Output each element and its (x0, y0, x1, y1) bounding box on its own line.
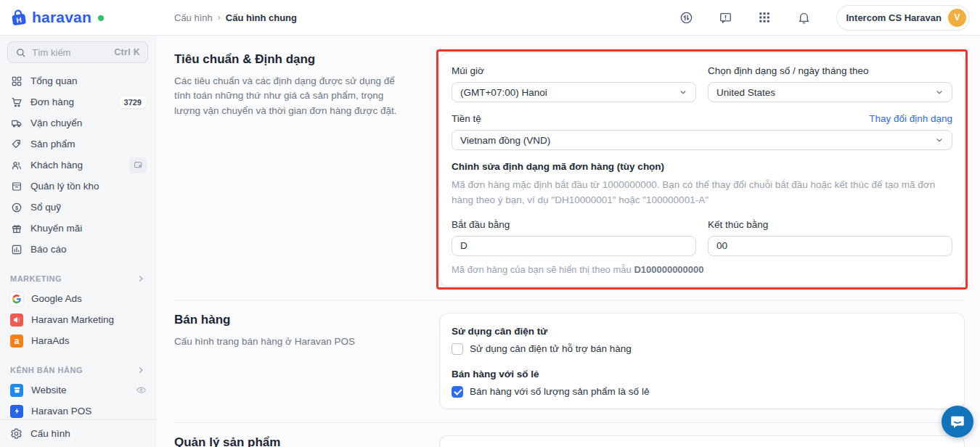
haravan-marketing-icon (10, 313, 23, 327)
sidebar-item-label: Sản phẩm (30, 139, 75, 149)
suffix-input[interactable] (708, 236, 952, 256)
order-code-sample: Mã đơn hàng của bạn sẽ hiển thị theo mẫu… (452, 264, 952, 275)
sidebar-search[interactable]: Ctrl K (7, 41, 148, 63)
currency-select[interactable]: Vietnam đồng (VND) (452, 130, 952, 150)
sidebar-item-haravan-pos[interactable]: Haravan POS (0, 401, 155, 419)
sidebar-item-google-ads[interactable]: Google Ads (0, 288, 155, 309)
website-icon (10, 384, 23, 397)
timezone-value: (GMT+07:00) Hanoi (460, 87, 547, 98)
prefix-input[interactable] (452, 236, 696, 256)
sample-text: Mã đơn hàng của bạn sẽ hiển thị theo mẫu (452, 264, 634, 275)
change-format-link[interactable]: Thay đổi định dạng (869, 113, 952, 124)
top-header: H haravan Cấu hình › Cấu hình chung Inte… (0, 0, 980, 36)
sidebar-item-label: Tổng quan (30, 75, 78, 86)
haravan-logo[interactable]: H haravan (0, 8, 163, 27)
number-format-select[interactable]: United States (708, 82, 952, 102)
search-icon (15, 47, 26, 58)
sales-card: Sử dụng cân điện tử Sử dụng cân điện tử … (439, 313, 965, 409)
search-input[interactable] (32, 47, 108, 58)
section-sales: Bán hàng Cấu hình trang bán hàng ở Harav… (174, 300, 965, 409)
section-products: Quản lý sản phẩm Tồn kho sản phẩm (174, 423, 965, 447)
sidebar-item-label: Website (31, 385, 67, 395)
breadcrumb: Cấu hình › Cấu hình chung (174, 12, 297, 23)
online-status-dot (98, 15, 104, 21)
section-title: Quản lý sản phẩm (174, 435, 410, 447)
orders-count-badge: 3729 (119, 97, 147, 108)
sidebar-item-label: Haravan POS (31, 406, 91, 417)
currency-value: Vietnam đồng (VND) (460, 135, 550, 146)
main-content: Tiêu chuẩn & Định dạng Các tiêu chuẩn và… (156, 36, 980, 447)
sidebar-item-don-hang[interactable]: Đơn hàng 3729 (0, 91, 155, 112)
notifications-bell-icon[interactable] (797, 11, 811, 25)
user-name: Intercom CS Haravan (846, 12, 942, 23)
chevron-right-icon (136, 366, 145, 374)
sidebar-item-san-pham[interactable]: Sản phẩm (0, 134, 155, 155)
svg-text:H: H (16, 16, 23, 25)
sidebar-item-so-quy[interactable]: $ Sổ quỹ (0, 197, 155, 218)
google-ads-icon (10, 292, 23, 305)
avatar: V (948, 9, 966, 27)
order-code-title: Chỉnh sửa định dạng mã đơn hàng (tùy chọ… (452, 161, 952, 172)
sync-transfer-icon[interactable] (679, 11, 693, 25)
haravan-pos-icon (10, 405, 23, 418)
apps-grid-icon[interactable] (758, 11, 772, 25)
timezone-select[interactable]: (GMT+07:00) Hanoi (452, 82, 696, 102)
sidebar-item-cau-hinh[interactable]: Cấu hình (0, 419, 155, 447)
section-title: Tiêu chuẩn & Định dạng (174, 52, 410, 67)
order-code-description: Mã đơn hàng mặc định bắt đầu từ 10000000… (452, 178, 952, 208)
section-description: Các tiêu chuẩn và các định dạng được sử … (174, 74, 410, 118)
products-card: Tồn kho sản phẩm (439, 435, 965, 447)
decimal-checkbox-label: Bán hàng với số lượng sản phẩm là số lẻ (470, 386, 649, 397)
search-shortcut: Ctrl K (114, 47, 140, 57)
sidebar-item-haravan-marketing[interactable]: Haravan Marketing (0, 309, 155, 330)
sidebar-nav: Tổng quan Đơn hàng 3729 Vận chuyển Sản p… (0, 67, 155, 419)
chevron-right-icon (136, 274, 145, 283)
sidebar-item-label: Báo cáo (30, 244, 67, 255)
chevron-down-icon (935, 136, 944, 144)
cart-icon (10, 96, 23, 108)
sidebar-item-label: Khách hàng (30, 160, 83, 171)
logo-text: haravan (32, 9, 91, 26)
sidebar-item-haraads[interactable]: a HaraAds (0, 330, 155, 351)
sidebar-item-tong-quan[interactable]: Tổng quan (0, 70, 155, 91)
scale-checkbox[interactable] (452, 343, 463, 355)
section-title: Bán hàng (174, 313, 410, 327)
open-window-plus-icon[interactable] (129, 157, 147, 173)
customers-icon (10, 159, 23, 171)
sample-code: D100000000000 (634, 264, 703, 275)
eye-icon[interactable] (136, 385, 147, 395)
number-format-label: Chọn định dạng số / ngày tháng theo (708, 65, 952, 76)
sidebar-item-label: Haravan Marketing (31, 314, 114, 325)
scale-group-title: Sử dụng cân điện tử (452, 326, 952, 337)
gear-icon (10, 427, 23, 440)
user-account-menu[interactable]: Intercom CS Haravan V (836, 5, 971, 30)
report-chart-icon (10, 243, 23, 255)
feedback-message-icon[interactable] (719, 11, 732, 25)
sidebar-item-quan-ly-ton-kho[interactable]: Quản lý tồn kho (0, 176, 155, 197)
sidebar-section-kenh-ban-hang[interactable]: KÊNH BÁN HÀNG (0, 361, 155, 380)
sidebar-item-van-chuyen[interactable]: Vận chuyển (0, 112, 155, 134)
breadcrumb-parent[interactable]: Cấu hình (174, 12, 213, 23)
breadcrumb-separator: › (218, 12, 221, 22)
truck-icon (10, 117, 23, 129)
chevron-down-icon (679, 88, 687, 97)
sidebar-item-website[interactable]: Website (0, 380, 155, 401)
decimal-checkbox[interactable] (452, 386, 463, 398)
sidebar-section-marketing[interactable]: MARKETING (0, 269, 155, 288)
intercom-chat-button[interactable] (942, 406, 973, 438)
chat-bubble-icon (950, 414, 965, 430)
sidebar: Ctrl K Tổng quan Đơn hàng 3729 Vận chuyể… (0, 36, 156, 447)
section-standards: Tiêu chuẩn & Định dạng Các tiêu chuẩn và… (174, 52, 965, 287)
sidebar-item-khach-hang[interactable]: Khách hàng (0, 155, 155, 176)
sidebar-item-khuyen-mai[interactable]: Khuyến mãi (0, 218, 155, 239)
svg-text:$: $ (15, 204, 17, 210)
haraads-icon: a (10, 335, 23, 348)
sidebar-item-label: Quản lý tồn kho (30, 181, 99, 192)
chevron-down-icon (935, 88, 944, 97)
shopping-bag-logo-icon: H (9, 8, 28, 27)
sidebar-item-bao-cao[interactable]: Báo cáo (0, 239, 155, 260)
sidebar-item-label: Google Ads (31, 293, 82, 304)
section-label-text: KÊNH BÁN HÀNG (10, 366, 83, 374)
sidebar-item-label: HaraAds (31, 335, 70, 346)
sidebar-item-label: Vận chuyển (30, 118, 82, 128)
